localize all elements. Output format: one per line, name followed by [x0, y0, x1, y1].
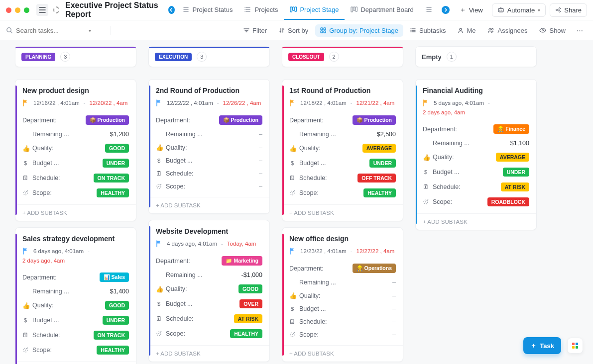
minimize-icon[interactable] [15, 7, 20, 13]
assignees-button[interactable]: Assignees [482, 24, 532, 37]
column-header[interactable]: Empty 1 [415, 46, 537, 67]
window-controls [6, 7, 29, 13]
meta-label: Schedule: [166, 170, 194, 177]
svg-point-23 [25, 192, 26, 193]
add-view-button[interactable]: ＋ View [455, 3, 488, 17]
meta-row: Department: 📦 Production [289, 112, 396, 128]
task-card[interactable]: Website Development 4 days ago, 4:01am-T… [148, 220, 270, 362]
status-chip: AVERAGE [496, 153, 529, 162]
apps-icon [572, 343, 578, 349]
more-icon[interactable]: ⋯ [573, 24, 587, 37]
thumb-icon: 👍 [289, 145, 296, 152]
status-chip: UNDER [503, 168, 529, 177]
card-dates: 6 days ago, 4:01am- [22, 248, 129, 255]
svg-point-18 [489, 28, 491, 30]
task-card[interactable]: 1st Round of Production 12/18/22 , 4:01a… [282, 79, 403, 221]
value-empty: – [259, 157, 262, 164]
value-empty: – [259, 183, 262, 190]
thumb-icon: 👍 [156, 144, 163, 151]
status-chip: AVERAGE [362, 144, 396, 153]
meta-label: Quality: [32, 145, 53, 152]
add-subtask-button[interactable]: + ADD SUBTASK [149, 197, 269, 213]
column-header[interactable]: EXECUTION 3 [148, 46, 270, 67]
list-icon [244, 6, 251, 13]
meta-label: Quality: [299, 145, 320, 152]
sort-button[interactable]: Sort by [274, 24, 313, 37]
task-card[interactable]: New office design 12/23/22 , 4:01am-12/2… [282, 227, 403, 362]
svg-text:$: $ [157, 158, 160, 164]
add-subtask-button[interactable]: + ADD SUBTASK [416, 213, 536, 230]
maximize-icon[interactable] [24, 7, 29, 13]
svg-rect-6 [498, 8, 503, 12]
tab-projects[interactable]: Projects [238, 0, 284, 20]
add-subtask-button[interactable]: + ADD SUBTASK [15, 204, 136, 221]
chevron-down-icon[interactable]: ▾ [89, 28, 91, 33]
chevron-down-icon: ▾ [538, 7, 540, 13]
me-button[interactable]: Me [453, 24, 480, 37]
show-button[interactable]: Show [534, 24, 571, 37]
card-title: Financial Auditing [423, 87, 529, 94]
date-end: 12/20/22 , 4am [90, 100, 128, 106]
date-end: 12/21/22 , 4am [356, 100, 395, 106]
automate-button[interactable]: Automate ▾ [492, 3, 546, 17]
show-label: Show [549, 27, 566, 34]
column-header[interactable]: CLOSEOUT 2 [282, 46, 403, 67]
meta-label: Remaining ... [433, 140, 470, 147]
share-button[interactable]: Share [550, 3, 587, 17]
tab-label: Project Stage [300, 6, 339, 13]
card-title: New office design [289, 235, 396, 243]
status-chip: UNDER [369, 159, 396, 168]
add-subtask-button[interactable]: + ADD SUBTASK [149, 345, 269, 362]
close-icon[interactable] [6, 7, 11, 13]
status-chip: GOOD [105, 301, 129, 310]
svg-rect-13 [321, 28, 323, 30]
value-empty: – [392, 292, 396, 299]
apps-button[interactable] [567, 338, 583, 354]
svg-text:$: $ [291, 306, 294, 312]
subtasks-button[interactable]: Subtasks [405, 24, 451, 37]
meta-row: Department: 📁 Marketing [156, 253, 262, 269]
meta-row: 👍Quality: AVERAGE [423, 150, 529, 165]
status-chip: UNDER [103, 316, 129, 325]
meta-row: Scope: ROADBLOCK [423, 194, 529, 209]
column-closeout: CLOSEOUT 2 1st Round of Production 12/18… [282, 46, 403, 364]
task-card[interactable]: Financial Auditing 5 days ago, 4:01am- 2… [415, 79, 537, 230]
date-start: 4 days ago, 4:01am [167, 241, 217, 247]
tab-project-status[interactable]: Project Status [177, 0, 239, 20]
card-stripe [282, 86, 284, 215]
meta-row: 👍Quality: GOOD [22, 298, 129, 313]
column-header[interactable]: PLANNING 3 [15, 46, 136, 67]
tab-overflow[interactable] [420, 0, 439, 20]
task-card[interactable]: 2nd Round of Production 12/22/22 , 4:01a… [148, 79, 270, 214]
share-label: Share [564, 6, 582, 14]
meta-label: Scope: [299, 331, 319, 338]
value-empty: – [259, 144, 262, 151]
calendar-icon: 🗓 [22, 175, 29, 182]
meta-row: Remaining ... $1,100 [423, 137, 529, 150]
meta-label: Quality: [166, 144, 187, 151]
menu-icon[interactable] [36, 4, 48, 16]
meta-row: 👍Quality: GOOD [156, 281, 262, 296]
add-subtask-button[interactable]: + ADD SUBTASK [15, 362, 136, 364]
dollar-icon: $ [423, 169, 430, 175]
svg-point-19 [492, 28, 493, 30]
group-by-button[interactable]: Group by: Project Stage [315, 24, 403, 37]
meta-row: 🗓Schedule: AT RISK [156, 311, 262, 326]
add-subtask-button[interactable]: + ADD SUBTASK [282, 204, 403, 221]
flag-icon [289, 248, 296, 255]
nav-back-icon[interactable] [168, 6, 175, 14]
dollar-icon: $ [289, 160, 296, 166]
task-card[interactable]: Sales strategy development 6 days ago, 4… [15, 227, 136, 364]
group-label: Group by: Project Stage [329, 27, 398, 34]
search-wrap: ▾ [6, 27, 106, 34]
task-card[interactable]: New product design 12/16/22 , 4:01am-12/… [15, 79, 136, 221]
status-chip: UNDER [103, 159, 129, 168]
nav-scroll-icon[interactable] [442, 6, 450, 14]
tab-project-stage[interactable]: Project Stage [284, 0, 345, 20]
add-subtask-button[interactable]: + ADD SUBTASK [282, 345, 403, 362]
sort-label: Sort by [288, 27, 308, 34]
new-task-button[interactable]: ＋ Task [523, 337, 561, 354]
search-input[interactable] [16, 27, 86, 34]
tab-department-board[interactable]: Department Board [345, 0, 419, 20]
filter-button[interactable]: Filter [238, 24, 272, 37]
